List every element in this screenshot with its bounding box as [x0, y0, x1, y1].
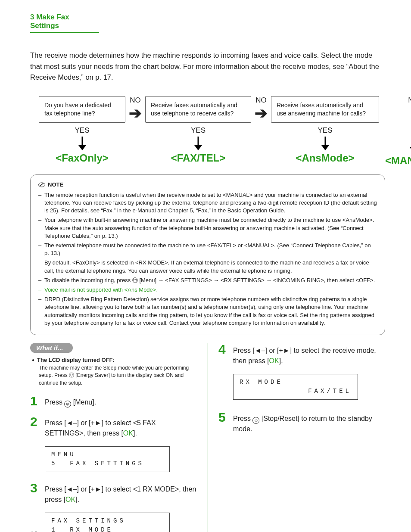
note-title: NOTE: [48, 181, 63, 189]
step-1: 1 Press ⊛ [Menu].: [30, 395, 197, 408]
flow-question-1: Do you have a dedicated fax telephone li…: [39, 96, 125, 123]
intro-paragraph: The receive mode determines how the mach…: [30, 50, 385, 83]
svg-line-9: [40, 183, 44, 186]
step-number: 2: [30, 415, 40, 428]
note-box: NOTE The remote reception function is us…: [30, 174, 385, 335]
no-label: NO: [130, 96, 141, 105]
stop-reset-button-icon: ◇: [252, 417, 259, 424]
arrow-right-icon: ➔: [129, 106, 142, 121]
arrow-down-icon: [320, 136, 331, 150]
step-number: 5: [218, 411, 228, 424]
svg-marker-1: [78, 145, 86, 150]
whatif-body: The LCD display turned OFF: The machine …: [30, 356, 197, 387]
step-3: 3 Press [◄–] or [+►] to select <1 RX MOD…: [30, 482, 197, 505]
mode-faxonly: <FaxOnly>: [56, 152, 109, 164]
flowchart: Do you have a dedicated fax telephone li…: [30, 96, 385, 167]
note-item: DRPD (Distinctive Ring Pattern Detection…: [38, 296, 377, 327]
no-label: NO: [408, 96, 411, 105]
step-4: 4 Press [◄–] or [+►] to select the recei…: [218, 343, 385, 366]
mode-ansmode: <AnsMode>: [296, 152, 354, 164]
step-number: 4: [218, 343, 228, 356]
yes-label: YES: [75, 126, 89, 135]
mode-manual: <MANUAL>: [385, 155, 411, 167]
flow-question-2: Receive faxes automatically and use tele…: [145, 96, 251, 123]
arrow-right-icon: ➔: [255, 106, 268, 121]
lcd-display: FAX SETTINGS 1 RX MODE: [45, 513, 170, 532]
yes-label: YES: [191, 126, 206, 135]
pencil-icon: [38, 181, 45, 188]
svg-marker-5: [321, 145, 329, 150]
note-item: By default, <FaxOnly> is selected in <RX…: [38, 259, 377, 274]
note-item-highlight: Voice mail is not supported with <Ans Mo…: [38, 286, 377, 294]
lcd-display: MENU 5 FAX SETTINGS: [45, 446, 170, 472]
arrow-down-icon: [193, 136, 204, 150]
lcd-display: RX MODE FAX/TEL: [233, 374, 358, 400]
arrow-down-icon: [77, 136, 88, 150]
step-number: 3: [30, 482, 40, 495]
section-heading: 3 Make Fax Settings: [30, 13, 99, 33]
step-2: 2 Press [◄–] or [+►] to select <5 FAX SE…: [30, 415, 197, 439]
whatif-heading: What if...: [30, 343, 73, 353]
no-label: NO: [255, 96, 267, 105]
note-item: Your telephone with built-in answering m…: [38, 216, 377, 240]
note-item: The external telephone must be connected…: [38, 242, 377, 257]
mode-faxtel: <FAX/TEL>: [171, 152, 226, 164]
step-5: 5 Press ◇ [Stop/Reset] to return to the …: [218, 411, 385, 435]
svg-marker-3: [194, 145, 202, 150]
flow-question-3: Receive faxes automatically and use answ…: [271, 96, 379, 123]
note-item: The remote reception function is useful …: [38, 191, 377, 215]
arrow-down-long-icon: [408, 106, 411, 153]
note-item: To disable the incoming ring, press ⓜ [M…: [38, 277, 377, 284]
step-number: 1: [30, 395, 40, 408]
menu-button-icon: ⊛: [64, 401, 71, 408]
yes-label: YES: [318, 126, 332, 135]
